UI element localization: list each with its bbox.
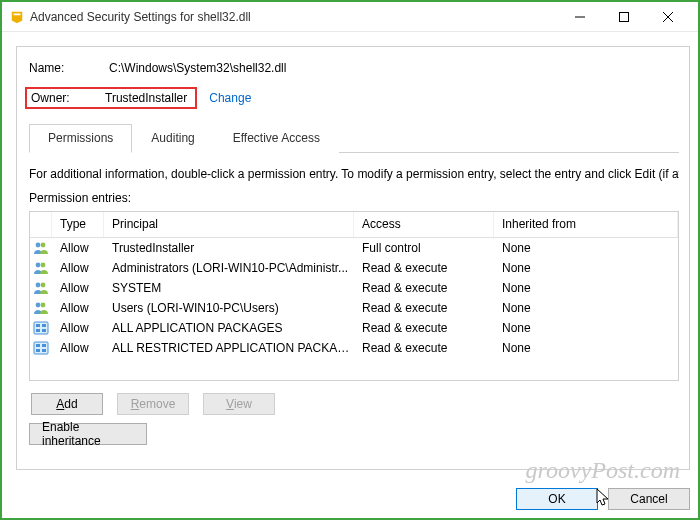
cell-type: Allow xyxy=(52,341,104,355)
svg-point-7 xyxy=(36,303,41,308)
window-frame: Advanced Security Settings for shell32.d… xyxy=(0,0,700,520)
package-icon xyxy=(30,341,52,355)
svg-point-4 xyxy=(41,263,46,268)
cell-type: Allow xyxy=(52,241,104,255)
svg-rect-10 xyxy=(36,324,40,327)
view-button: View xyxy=(203,393,275,415)
owner-label: Owner: xyxy=(31,91,105,105)
add-button[interactable]: Add xyxy=(31,393,103,415)
cell-type: Allow xyxy=(52,301,104,315)
tab-permissions[interactable]: Permissions xyxy=(29,124,132,153)
titlebar: Advanced Security Settings for shell32.d… xyxy=(2,2,698,32)
svg-rect-18 xyxy=(42,349,46,352)
svg-rect-14 xyxy=(34,342,48,354)
cell-access: Read & execute xyxy=(354,261,494,275)
ok-button[interactable]: OK xyxy=(516,488,598,510)
svg-rect-16 xyxy=(42,344,46,347)
grid-header: Type Principal Access Inherited from xyxy=(30,212,678,238)
col-inherited[interactable]: Inherited from xyxy=(494,212,678,237)
cell-access: Read & execute xyxy=(354,281,494,295)
cell-principal: Users (LORI-WIN10-PC\Users) xyxy=(104,301,354,315)
col-access[interactable]: Access xyxy=(354,212,494,237)
col-type[interactable]: Type xyxy=(52,212,104,237)
svg-rect-0 xyxy=(620,12,629,21)
cell-inherited: None xyxy=(494,341,678,355)
users-icon xyxy=(30,241,52,255)
owner-value: TrustedInstaller xyxy=(105,91,187,105)
cell-principal: SYSTEM xyxy=(104,281,354,295)
svg-rect-11 xyxy=(42,324,46,327)
table-row[interactable]: AllowALL RESTRICTED APPLICATION PACKAGES… xyxy=(30,338,678,358)
enable-inheritance-button[interactable]: Enable inheritance xyxy=(29,423,147,445)
svg-rect-17 xyxy=(36,349,40,352)
svg-point-5 xyxy=(36,283,41,288)
tab-effective-access[interactable]: Effective Access xyxy=(214,124,339,153)
table-row[interactable]: AllowAdministrators (LORI-WIN10-PC\Admin… xyxy=(30,258,678,278)
svg-rect-9 xyxy=(34,322,48,334)
cell-access: Read & execute xyxy=(354,321,494,335)
cell-access: Full control xyxy=(354,241,494,255)
svg-rect-15 xyxy=(36,344,40,347)
svg-point-8 xyxy=(41,303,46,308)
name-label: Name: xyxy=(29,61,109,75)
permissions-grid[interactable]: Type Principal Access Inherited from All… xyxy=(29,211,679,381)
owner-highlight: Owner: TrustedInstaller xyxy=(25,87,197,109)
close-button[interactable] xyxy=(646,2,690,32)
tabstrip: Permissions Auditing Effective Access xyxy=(29,123,679,153)
entries-label: Permission entries: xyxy=(29,191,679,205)
cancel-button[interactable]: Cancel xyxy=(608,488,690,510)
main-panel: Name: C:\Windows\System32\shell32.dll Ow… xyxy=(16,46,690,470)
svg-rect-13 xyxy=(42,329,46,332)
cell-inherited: None xyxy=(494,321,678,335)
table-row[interactable]: AllowUsers (LORI-WIN10-PC\Users)Read & e… xyxy=(30,298,678,318)
svg-rect-12 xyxy=(36,329,40,332)
info-text: For additional information, double-click… xyxy=(29,167,679,181)
cell-principal: Administrators (LORI-WIN10-PC\Administr.… xyxy=(104,261,354,275)
cell-principal: TrustedInstaller xyxy=(104,241,354,255)
cell-principal: ALL APPLICATION PACKAGES xyxy=(104,321,354,335)
cell-type: Allow xyxy=(52,261,104,275)
cell-inherited: None xyxy=(494,301,678,315)
remove-button: Remove xyxy=(117,393,189,415)
svg-point-6 xyxy=(41,283,46,288)
users-icon xyxy=(30,301,52,315)
svg-point-2 xyxy=(41,243,46,248)
cell-access: Read & execute xyxy=(354,301,494,315)
svg-point-3 xyxy=(36,263,41,268)
package-icon xyxy=(30,321,52,335)
users-icon xyxy=(30,261,52,275)
table-row[interactable]: AllowALL APPLICATION PACKAGESRead & exec… xyxy=(30,318,678,338)
table-row[interactable]: AllowSYSTEMRead & executeNone xyxy=(30,278,678,298)
cell-type: Allow xyxy=(52,281,104,295)
col-principal[interactable]: Principal xyxy=(104,212,354,237)
cell-inherited: None xyxy=(494,261,678,275)
cell-principal: ALL RESTRICTED APPLICATION PACKAGES xyxy=(104,341,354,355)
cell-inherited: None xyxy=(494,281,678,295)
cell-access: Read & execute xyxy=(354,341,494,355)
cell-type: Allow xyxy=(52,321,104,335)
tab-auditing[interactable]: Auditing xyxy=(132,124,213,153)
minimize-button[interactable] xyxy=(558,2,602,32)
security-shield-icon xyxy=(10,10,24,24)
window-title: Advanced Security Settings for shell32.d… xyxy=(30,10,251,24)
cell-inherited: None xyxy=(494,241,678,255)
name-value: C:\Windows\System32\shell32.dll xyxy=(109,61,286,75)
table-row[interactable]: AllowTrustedInstallerFull controlNone xyxy=(30,238,678,258)
maximize-button[interactable] xyxy=(602,2,646,32)
change-owner-link[interactable]: Change xyxy=(209,91,251,105)
svg-point-1 xyxy=(36,243,41,248)
users-icon xyxy=(30,281,52,295)
